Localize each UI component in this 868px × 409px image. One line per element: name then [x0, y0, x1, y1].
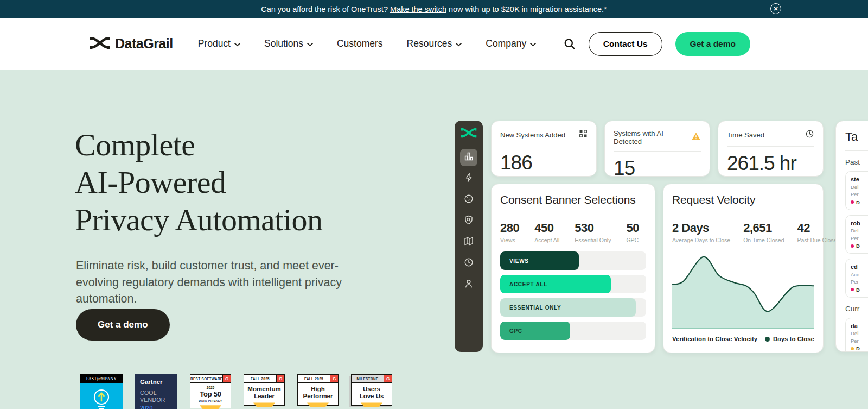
- nav-item-resources[interactable]: Resources: [407, 38, 462, 49]
- consent-metric: 450Accept All: [534, 221, 559, 243]
- metric-label: Past Due Closed: [797, 237, 840, 243]
- stat-card-value: 186: [500, 152, 588, 174]
- task-name: ste: [851, 176, 868, 183]
- stat-card-header: Systems with AI Detected: [614, 129, 701, 146]
- legend-label: Days to Close: [773, 336, 814, 342]
- datagrail-logo[interactable]: DataGrail: [90, 36, 173, 52]
- contact-us-button[interactable]: Contact Us: [589, 32, 662, 56]
- get-a-demo-hero-button[interactable]: Get a demo: [76, 309, 170, 341]
- stat-card-title: Time Saved: [727, 131, 764, 139]
- metric-label: GPC: [626, 237, 639, 243]
- task-status: D: [851, 287, 868, 293]
- tasks-card-title: Ta: [845, 130, 868, 144]
- task-list-item[interactable]: edAccPerD: [845, 259, 868, 298]
- get-a-demo-nav-button[interactable]: Get a demo: [675, 32, 750, 56]
- hero-section: Complete AI-Powered Privacy Automation E…: [0, 70, 868, 409]
- metric-value: 280: [500, 221, 519, 235]
- divider: [672, 213, 814, 213]
- gartner-line: VENDOR: [140, 397, 173, 404]
- stat-card-row: New Systems Added186Systems with AI Dete…: [491, 121, 824, 177]
- metric-label: Essential Only: [575, 237, 611, 243]
- area-chart-svg: [672, 250, 814, 328]
- chevron-down-icon: [456, 38, 462, 49]
- task-list-item[interactable]: steDelPerD: [845, 171, 868, 210]
- g2-badge-header-label: FALL 2025: [244, 375, 276, 382]
- sidebar-item-clock[interactable]: [460, 255, 477, 272]
- task-line: Per: [851, 338, 868, 344]
- nav-item-solutions[interactable]: Solutions: [264, 38, 313, 49]
- velocity-metric: 2 DaysAverage Days to Close: [672, 221, 730, 243]
- task-list-item[interactable]: robDelPerD: [845, 215, 868, 254]
- metric-label: Views: [500, 237, 519, 243]
- status-dot-icon: [851, 200, 854, 204]
- sidebar-item-cookie[interactable]: [460, 191, 477, 209]
- nav-item-label: Solutions: [264, 38, 303, 49]
- nav-item-customers[interactable]: Customers: [337, 38, 383, 49]
- sidebar-item-shield-search[interactable]: [460, 212, 477, 230]
- warning-icon: [691, 132, 701, 143]
- search-icon[interactable]: [564, 38, 576, 50]
- g2-badge-high-performer: FALL 2025GHighPerformer: [297, 374, 339, 406]
- sidebar-item-lightning[interactable]: [460, 170, 477, 187]
- sidebar-item-map[interactable]: [460, 234, 477, 251]
- metric-label: On Time Closed: [743, 237, 784, 243]
- task-line: Per: [851, 235, 868, 241]
- sidebar-item-bar-chart[interactable]: [460, 149, 477, 166]
- g2-badge-header-label: BEST SOFTWARE: [190, 375, 222, 382]
- sidebar-item-person[interactable]: [460, 276, 477, 293]
- g2-badge-year: 2025: [192, 386, 229, 389]
- task-section-label: Past: [845, 158, 868, 166]
- metric-value: 42: [797, 221, 840, 235]
- nav-links: ProductSolutionsCustomersResourcesCompan…: [198, 38, 536, 49]
- task-line: Del: [851, 184, 868, 190]
- hero-title: Complete AI-Powered Privacy Automation: [75, 126, 323, 238]
- nav-item-label: Company: [486, 38, 526, 49]
- task-status: D: [851, 345, 868, 351]
- fast-company-badge: FAST@MPANY: [80, 374, 123, 409]
- g2-logo-icon: G: [330, 375, 338, 382]
- nav-actions: Contact Us Get a demo: [564, 32, 750, 56]
- tasks-card-partial: Ta PaststeDelPerDrobDelPerDedAccPerDCurr…: [835, 121, 868, 352]
- task-name: da: [851, 323, 868, 329]
- nav-item-company[interactable]: Company: [486, 38, 536, 49]
- g2-logo-icon: G: [276, 375, 284, 382]
- make-the-switch-link[interactable]: Make the switch: [390, 5, 446, 14]
- stat-card-title: Systems with AI Detected: [614, 129, 691, 146]
- stat-card-header: New Systems Added: [500, 129, 588, 140]
- chevron-down-icon: [530, 38, 536, 49]
- g2-badge-header: FALL 2025G: [244, 375, 284, 383]
- bar-label: ESSENTIAL ONLY: [509, 305, 561, 311]
- g2-badge-header: BEST SOFTWAREG: [190, 375, 231, 383]
- consent-bar-track: VIEWS: [500, 251, 646, 270]
- consent-bar-essential-only: ESSENTIAL ONLY: [500, 298, 636, 317]
- stat-card-header: Time Saved: [727, 129, 814, 141]
- divider: [845, 150, 868, 151]
- g2-badge-body: HighPerformer: [298, 383, 338, 405]
- gartner-line: COOL: [140, 389, 173, 397]
- fast-company-wordmark: FAST@MPANY: [80, 374, 123, 383]
- consent-bar-chart: VIEWSACCEPT ALLESSENTIAL ONLYGPC: [500, 251, 646, 340]
- hero-subtitle: Eliminate risk, build customer trust, an…: [76, 257, 380, 307]
- divider: [614, 151, 701, 152]
- ribbon-icon: [361, 402, 382, 407]
- task-name: rob: [851, 220, 868, 226]
- status-dot-icon: [851, 347, 854, 350]
- chevron-down-icon: [307, 38, 313, 49]
- request-velocity-card: Request Velocity 2 DaysAverage Days to C…: [663, 184, 824, 353]
- clock-icon: [463, 257, 474, 270]
- ribbon-icon: [253, 402, 275, 407]
- velocity-metric: 42Past Due Closed: [797, 221, 840, 243]
- task-status-text: D: [856, 287, 860, 293]
- consent-metric: 280Views: [500, 221, 519, 243]
- person-icon: [463, 278, 474, 291]
- task-list-item[interactable]: daDelPerD: [845, 318, 868, 353]
- banner-close-icon[interactable]: ✕: [770, 3, 781, 14]
- metric-value: 2 Days: [672, 221, 730, 235]
- nav-item-product[interactable]: Product: [198, 38, 240, 49]
- bar-chart-icon: [463, 151, 474, 164]
- promo-banner-text: Can you afford the risk of OneTrust? Mak…: [261, 5, 607, 14]
- consent-bar-track: ACCEPT ALL: [500, 275, 646, 293]
- consent-metric: 530Essential Only: [575, 221, 611, 243]
- main-nav: DataGrail ProductSolutionsCustomersResou…: [0, 18, 868, 70]
- g2-badge-body: 2025Top 50DATA PRIVACY: [190, 383, 231, 408]
